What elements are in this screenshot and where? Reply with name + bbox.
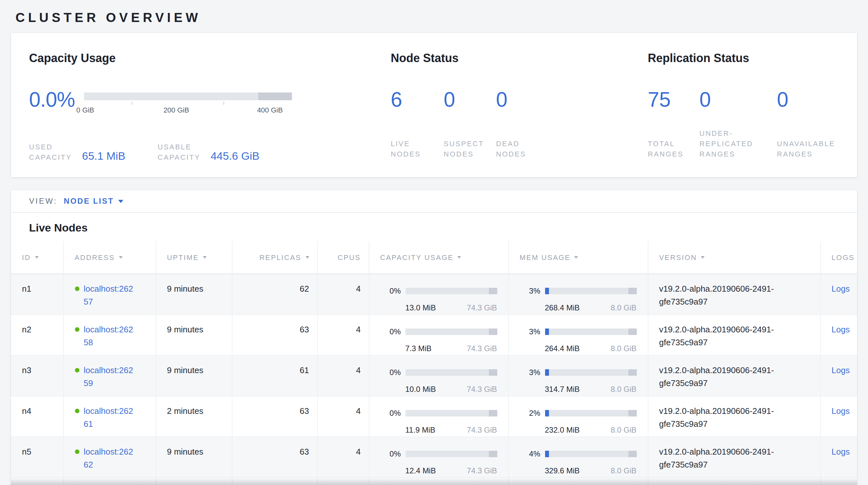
node-address-link[interactable]: localhost:26258 — [84, 323, 135, 350]
capacity-used-value: 13.0 MiB — [405, 301, 436, 314]
capacity-percent: 0.0% — [29, 88, 75, 112]
capacity-percent-label: 0% — [380, 325, 401, 338]
mem-used-value: 232.0 MiB — [545, 423, 580, 436]
mem-used-value: 268.4 MiB — [545, 301, 580, 314]
capacity-usage-cell: 0% 13.0 MiB74.3 GiB — [380, 284, 497, 314]
node-logs-link[interactable]: Logs — [832, 447, 849, 456]
capacity-usage-bar — [405, 369, 497, 375]
capacity-usage-cell: 0% 12.4 MiB74.3 GiB — [380, 447, 497, 477]
capacity-bar: 0 GiB 200 GiB 400 GiB — [84, 92, 292, 121]
mem-percent-label: 3% — [520, 284, 540, 297]
table-row: n5 localhost:26262 9 minutes 63 4 0% 12.… — [11, 436, 857, 477]
node-cpus: 4 — [317, 314, 369, 355]
table-row: n4 localhost:26261 2 minutes 63 4 0% 11.… — [11, 396, 857, 436]
node-id: n3 — [11, 355, 63, 396]
sort-caret-icon — [305, 256, 309, 259]
capacity-usage-bar — [405, 410, 497, 416]
node-replicas: 62 — [232, 274, 317, 314]
capacity-usage-cell: 0% 11.9 MiB74.3 GiB — [380, 406, 497, 436]
capacity-usage-cell: 0% 10.0 MiB74.3 GiB — [380, 366, 497, 395]
mem-usage-cell: 3% 268.4 MiB8.0 GiB — [520, 284, 637, 314]
capacity-bar-track — [84, 92, 292, 100]
capacity-used-value: 11.9 MiB — [405, 423, 435, 436]
overview-card: Capacity Usage 0.0% 0 GiB 200 GiB 400 Gi… — [11, 33, 857, 177]
mem-used-value: 314.7 MiB — [545, 382, 580, 395]
node-logs-link[interactable]: Logs — [832, 324, 849, 334]
axis-tick-mark — [223, 102, 224, 105]
sort-caret-icon — [119, 256, 123, 259]
node-cpus: 4 — [317, 396, 369, 436]
column-header-address[interactable]: ADDRESS — [63, 241, 156, 274]
capacity-percent-label: 0% — [380, 284, 401, 297]
column-header-id[interactable]: ID — [11, 241, 63, 274]
mem-usage-cell: 3% 264.4 MiB8.0 GiB — [520, 325, 637, 355]
column-header-uptime[interactable]: UPTIME — [156, 241, 232, 274]
capacity-total-value: 74.3 GiB — [467, 464, 497, 477]
column-header-cpus: CPUS — [317, 241, 369, 274]
unavailable-ranges-label: UNAVAILABLE RANGES — [777, 138, 848, 159]
capacity-usage-bar — [405, 450, 497, 457]
view-selector[interactable]: NODE LIST — [64, 197, 124, 206]
mem-total-value: 8.0 GiB — [611, 342, 637, 355]
node-replicas: 63 — [232, 396, 317, 436]
sort-caret-icon — [701, 256, 705, 259]
view-label: VIEW: — [29, 197, 58, 206]
node-health-icon — [74, 408, 79, 413]
node-status-title: Node Status — [391, 51, 636, 65]
mem-used-value: 264.4 MiB — [545, 342, 580, 355]
view-bar: VIEW: NODE LIST — [11, 190, 857, 213]
axis-tick-label: 0 GiB — [76, 106, 94, 114]
node-status-section: Node Status 6 LIVE NODES 0 SUSPECT NODES… — [391, 51, 636, 159]
node-id: n2 — [11, 314, 63, 355]
capacity-total-value: 74.3 GiB — [467, 342, 497, 355]
column-header-mem-usage[interactable]: MEM USAGE — [508, 241, 648, 274]
axis-tick-mark — [132, 102, 132, 105]
mem-usage-bar — [545, 450, 637, 457]
capacity-total-value: 74.3 GiB — [467, 423, 497, 436]
total-ranges-label: TOTAL RANGES — [648, 138, 693, 159]
usable-capacity-value: 445.6 GiB — [211, 151, 259, 162]
used-capacity-label: USED CAPACITY — [29, 142, 74, 162]
capacity-usage-title: Capacity Usage — [29, 51, 378, 65]
node-address-link[interactable]: localhost:26262 — [84, 445, 135, 472]
sort-caret-icon — [35, 256, 38, 259]
axis-tick-label: 200 GiB — [163, 106, 189, 114]
mem-usage-cell: 4% 329.6 MiB8.0 GiB — [520, 447, 637, 477]
column-header-replicas[interactable]: REPLICAS — [232, 241, 317, 274]
live-nodes-value: 6 — [391, 88, 444, 112]
mem-usage-cell: 2% 232.0 MiB8.0 GiB — [520, 406, 637, 436]
capacity-usage-section: Capacity Usage 0.0% 0 GiB 200 GiB 400 Gi… — [29, 51, 378, 162]
live-nodes-label: LIVE NODES — [391, 138, 433, 159]
unavailable-ranges-value: 0 — [777, 88, 861, 112]
page-title: CLUSTER OVERVIEW — [0, 0, 868, 33]
node-logs-link[interactable]: Logs — [832, 406, 849, 416]
node-id: n1 — [11, 274, 63, 314]
node-address-link[interactable]: localhost:26261 — [84, 404, 135, 431]
mem-total-value: 8.0 GiB — [611, 382, 637, 395]
node-cpus: 4 — [317, 274, 369, 314]
node-version: v19.2.0-alpha.20190606-2491-gfe735c9a97 — [659, 282, 809, 309]
capacity-usage-bar — [405, 287, 497, 294]
node-logs-link[interactable]: Logs — [832, 365, 849, 375]
node-uptime: 9 minutes — [156, 355, 232, 396]
cluster-overview-page: CLUSTER OVERVIEW Capacity Usage 0.0% 0 G… — [0, 0, 868, 485]
suspect-nodes-stat: 0 SUSPECT NODES — [444, 88, 496, 159]
mem-used-value: 329.6 MiB — [545, 464, 580, 477]
column-header-capacity-usage[interactable]: CAPACITY USAGE — [369, 241, 508, 274]
live-nodes-title: Live Nodes — [11, 213, 857, 241]
total-ranges-value: 75 — [648, 88, 700, 112]
node-address-link[interactable]: localhost:26259 — [84, 364, 135, 391]
capacity-usage-cell: 0% 7.3 MiB74.3 GiB — [380, 325, 497, 355]
node-version: v19.2.0-alpha.20190606-2491-gfe735c9a97 — [659, 364, 809, 391]
column-header-version[interactable]: VERSION — [648, 241, 820, 274]
live-nodes-table: ID ADDRESS UPTIME REPLICAS CPUS CAPACITY… — [11, 241, 857, 485]
node-address-link[interactable]: localhost:26257 — [84, 282, 135, 309]
mem-total-value: 8.0 GiB — [611, 464, 637, 477]
node-replicas: 63 — [232, 314, 317, 355]
sort-caret-icon — [458, 256, 461, 259]
dead-nodes-label: DEAD NODES — [496, 138, 538, 159]
node-logs-link[interactable]: Logs — [832, 284, 849, 293]
mem-usage-bar — [545, 328, 637, 335]
capacity-total-value: 74.3 GiB — [467, 301, 497, 314]
node-replicas: 63 — [232, 436, 317, 477]
